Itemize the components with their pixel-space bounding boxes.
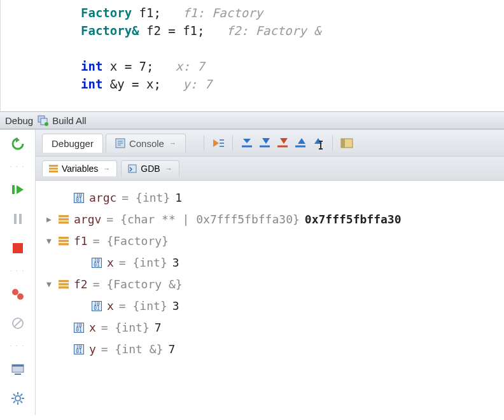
variable-name: argv	[74, 209, 101, 230]
svg-rect-7	[19, 214, 22, 224]
svg-point-16	[15, 396, 20, 401]
chevron-right-icon: →	[103, 165, 110, 172]
variable-type: {int}	[115, 321, 150, 334]
variable-type: {int}	[136, 191, 170, 204]
stop-icon[interactable]	[10, 241, 25, 256]
svg-rect-48	[49, 168, 58, 170]
step-into-icon[interactable]	[257, 136, 272, 151]
variable-type: {Factory}	[106, 234, 169, 248]
svg-marker-5	[17, 185, 24, 194]
force-step-into-icon[interactable]	[275, 136, 290, 151]
variable-row-y[interactable]: 1001 y = {int &} 7	[41, 339, 499, 360]
primitive-icon: 1001	[92, 301, 102, 311]
variables-icon	[49, 164, 58, 173]
svg-point-2	[45, 122, 48, 126]
svg-marker-29	[213, 139, 219, 147]
svg-line-21	[13, 394, 15, 396]
breakpoints-icon[interactable]	[10, 286, 25, 302]
svg-marker-40	[298, 138, 305, 144]
variable-value: 3	[172, 295, 179, 317]
svg-line-22	[20, 401, 22, 403]
token-hint: x: 7	[176, 59, 205, 73]
token-text: f1;	[132, 6, 183, 20]
collapse-arrow-icon[interactable]: ▼	[45, 230, 53, 252]
tab-console[interactable]: Console →	[106, 134, 186, 153]
code-line: int &y = x; y: 7	[81, 75, 504, 93]
variable-name: y	[89, 339, 96, 360]
collapse-arrow-icon[interactable]: ▼	[45, 274, 53, 295]
variable-row-f1[interactable]: ▼ f1 = {Factory}	[41, 230, 499, 252]
variables-tree[interactable]: 1001 argc = {int} 1 ▶ argv = {char ** | …	[36, 181, 504, 367]
code-line	[81, 39, 504, 57]
subtab-variables[interactable]: Variables →	[42, 160, 117, 176]
svg-marker-36	[262, 138, 270, 144]
variable-value: 7	[168, 339, 175, 360]
run-to-cursor-icon[interactable]	[311, 136, 326, 151]
svg-rect-46	[341, 139, 345, 148]
svg-rect-53	[59, 221, 69, 224]
subtab-label: Variables	[62, 164, 98, 174]
svg-rect-52	[59, 218, 69, 221]
variable-row-x[interactable]: 1001 x = {int} 7	[41, 317, 499, 339]
token-hint: f2: Factory &	[227, 24, 321, 38]
layout-icon[interactable]	[10, 361, 25, 377]
rerun-icon[interactable]	[10, 136, 25, 151]
debugger-panel: · · · · · · · · · Debugger	[0, 129, 504, 415]
variable-type: {char ** | 0x7fff5fbffa30}	[120, 213, 300, 226]
token-text: f2 = f1;	[139, 24, 227, 38]
show-execution-point-icon[interactable]	[211, 136, 226, 151]
chevron-right-icon: →	[165, 165, 172, 172]
variable-row-argc[interactable]: 1001 argc = {int} 1	[41, 187, 499, 209]
token-text: &y = x;	[102, 77, 183, 91]
token-type: Factory&	[81, 24, 139, 38]
resume-icon[interactable]	[10, 182, 25, 197]
settings-icon[interactable]	[10, 391, 25, 406]
evaluate-expression-icon[interactable]	[339, 136, 354, 151]
object-icon	[59, 236, 69, 246]
variable-value: 3	[172, 252, 179, 274]
left-tool-strip: · · · · · · · · ·	[0, 130, 36, 415]
mute-breakpoints-icon[interactable]	[10, 316, 25, 331]
svg-rect-4	[12, 185, 15, 194]
svg-rect-57	[59, 280, 69, 283]
build-all-label[interactable]: Build All	[52, 115, 86, 126]
variable-type: {Factory &}	[106, 277, 182, 291]
variable-type: {int}	[133, 299, 167, 312]
subtab-gdb[interactable]: GDB →	[121, 160, 179, 176]
svg-rect-15	[15, 374, 21, 375]
svg-rect-14	[12, 365, 24, 367]
svg-rect-50	[129, 165, 136, 172]
pause-icon[interactable]	[10, 211, 25, 227]
tab-debugger[interactable]: Debugger	[42, 134, 103, 153]
top-toolbar: Debug Build All	[0, 111, 504, 129]
svg-marker-38	[280, 138, 288, 144]
svg-line-23	[13, 401, 15, 403]
token-text: x = 7;	[102, 59, 175, 73]
object-icon	[59, 279, 69, 290]
variable-name: f2	[74, 274, 88, 295]
step-out-icon[interactable]	[293, 136, 308, 151]
svg-rect-51	[59, 215, 69, 218]
svg-rect-49	[49, 171, 58, 172]
subtab-label: GDB	[141, 164, 160, 174]
step-over-icon[interactable]	[239, 136, 255, 151]
separator-dots: · · ·	[10, 345, 25, 347]
svg-rect-55	[59, 240, 69, 242]
chevron-right-icon: →	[169, 139, 176, 147]
variable-row-f1-x[interactable]: 1001 x = {int} 3	[41, 252, 499, 274]
primitive-icon: 1001	[92, 258, 102, 268]
code-editor[interactable]: Factory f1; f1: Factory Factory& f2 = f1…	[0, 0, 504, 111]
variable-row-argv[interactable]: ▶ argv = {char ** | 0x7fff5fbffa30} 0x7f…	[41, 209, 499, 230]
token-hint: f1: Factory	[183, 6, 263, 20]
build-all-icon[interactable]	[37, 115, 48, 126]
variable-row-f2-x[interactable]: 1001 x = {int} 3	[41, 295, 499, 317]
variable-name: x	[107, 295, 114, 317]
code-line: Factory f1; f1: Factory	[81, 4, 504, 22]
debugger-tabbar: Debugger Console →	[36, 130, 504, 157]
svg-marker-34	[243, 139, 251, 143]
expand-arrow-icon[interactable]: ▶	[45, 209, 53, 230]
debug-label: Debug	[5, 115, 33, 126]
variable-row-f2[interactable]: ▼ f2 = {Factory &}	[41, 274, 499, 295]
variable-type: {int}	[133, 256, 167, 269]
variable-value: 7	[155, 317, 162, 339]
